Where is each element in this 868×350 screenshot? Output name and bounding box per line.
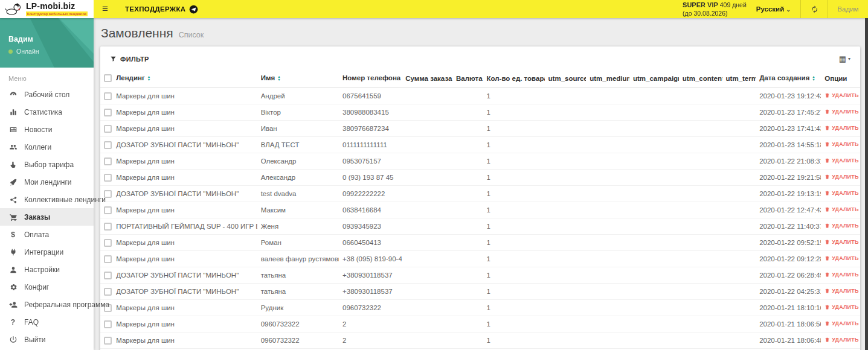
refresh-button[interactable]	[801, 0, 828, 18]
row-checkbox[interactable]	[104, 125, 112, 133]
delete-button[interactable]: УДАЛИТЬ	[825, 304, 858, 310]
row-checkbox[interactable]	[104, 109, 112, 116]
cell-utm-source	[545, 235, 587, 251]
sidebar-item-label: Выйти	[24, 336, 46, 344]
select-all-checkbox[interactable]	[104, 74, 112, 82]
delete-button[interactable]: УДАЛИТЬ	[825, 190, 858, 196]
delete-button[interactable]: УДАЛИТЬ	[825, 125, 858, 131]
sidebar-item-bar-chart[interactable]: Статистика	[0, 103, 94, 121]
cell-utm-source	[545, 121, 587, 137]
sidebar-item-gears[interactable]: Конфиг	[0, 278, 94, 296]
row-checkbox[interactable]	[104, 92, 112, 100]
delete-button[interactable]: УДАЛИТЬ	[825, 92, 858, 98]
delete-button[interactable]: УДАЛИТЬ	[825, 223, 858, 229]
delete-button[interactable]: УДАЛИТЬ	[825, 239, 858, 245]
cell-name: Иван	[257, 121, 339, 137]
support-button[interactable]: ТЕХПОДДЕРЖКА	[125, 5, 198, 14]
delete-button[interactable]: УДАЛИТЬ	[825, 141, 858, 147]
cell-landing: Маркеры для шин	[112, 332, 257, 349]
column-header-currency: Валюта	[452, 70, 483, 88]
row-checkbox[interactable]	[104, 337, 112, 345]
delete-label: УДАЛИТЬ	[832, 320, 858, 326]
delete-button[interactable]: УДАЛИТЬ	[825, 255, 858, 261]
sidebar-item-cart[interactable]: Заказы	[0, 208, 94, 226]
column-header-created[interactable]: Дата создания▲▼	[756, 70, 821, 88]
cell-qty: 1	[483, 137, 545, 153]
cell-order-sum	[402, 267, 452, 284]
sidebar-item-dashboard[interactable]: Рабочий стол	[0, 86, 94, 103]
cell-created: 2020-01-23 14:55:18	[756, 137, 821, 153]
delete-button[interactable]: УДАЛИТЬ	[825, 320, 858, 326]
sidebar-item-label: Реферальная программа	[24, 301, 109, 309]
telegram-icon	[189, 5, 198, 14]
sidebar-item-question[interactable]: ?FAQ	[0, 313, 94, 331]
sort-arrows-icon[interactable]: ▲▼	[147, 75, 150, 82]
cell-utm-content	[679, 300, 722, 316]
orders-table: Лендинг▲▼Имя▲▼Номер телефона▲▼Сумма зака…	[100, 70, 860, 350]
row-checkbox[interactable]	[104, 223, 112, 231]
row-checkbox[interactable]	[104, 141, 112, 149]
support-label: ТЕХПОДДЕРЖКА	[125, 5, 185, 13]
cell-currency	[452, 170, 483, 186]
sidebar-user-panel: Вадим Онлайн	[0, 18, 94, 68]
sidebar-item-colleagues[interactable]: Коллеги	[0, 138, 94, 156]
row-checkbox[interactable]	[104, 320, 112, 328]
column-header-name[interactable]: Имя▲▼	[257, 70, 339, 88]
language-select[interactable]: Русский ⌄	[756, 5, 791, 13]
column-header-landing[interactable]: Лендинг▲▼	[112, 70, 257, 88]
row-checkbox[interactable]	[104, 255, 112, 263]
cell-currency	[452, 104, 483, 121]
cell-phone: 09922222222	[339, 186, 402, 202]
sidebar-item-dollar[interactable]: $Оплата	[0, 226, 94, 243]
filter-button[interactable]: ФИЛЬТР	[110, 56, 149, 63]
cell-name: 0960732322	[257, 316, 339, 332]
sidebar-item-rocket[interactable]: Мои лендинги	[0, 173, 94, 191]
delete-button[interactable]: УДАЛИТЬ	[825, 206, 858, 212]
vertical-scrollbar[interactable]	[865, 18, 868, 350]
column-settings-button[interactable]: ▦ ▾	[839, 54, 850, 63]
delete-button[interactable]: УДАЛИТЬ	[825, 288, 858, 294]
share-icon	[8, 195, 18, 204]
topbar-user-button[interactable]: Вадим	[828, 5, 868, 13]
row-checkbox[interactable]	[104, 272, 112, 279]
cell-qty: 1	[483, 316, 545, 332]
sidebar-item-tariff-hand[interactable]: Выбор тарифа	[0, 156, 94, 173]
delete-button[interactable]: УДАЛИТЬ	[825, 109, 858, 115]
cell-utm-campaign	[629, 121, 679, 137]
sidebar-item-label: Конфиг	[24, 283, 49, 291]
row-checkbox[interactable]	[104, 158, 112, 165]
sidebar-item-plug[interactable]: Интеграции	[0, 243, 94, 261]
delete-button[interactable]: УДАЛИТЬ	[825, 158, 858, 164]
trash-icon	[825, 206, 830, 212]
sidebar-item-news[interactable]: Новости	[0, 121, 94, 138]
delete-button[interactable]: УДАЛИТЬ	[825, 174, 858, 180]
sort-arrows-icon[interactable]: ▲▼	[277, 75, 280, 82]
sort-arrows-icon[interactable]: ▲▼	[812, 75, 815, 82]
main-content: Замовлення Список ФИЛЬТР ▦ ▾ Лендинг▲▼Им…	[94, 18, 864, 350]
row-checkbox[interactable]	[104, 288, 112, 296]
row-checkbox[interactable]	[104, 174, 112, 182]
cell-utm-campaign	[629, 202, 679, 218]
sidebar-item-label: Мои лендинги	[24, 178, 72, 186]
sidebar-item-power[interactable]: Выйти	[0, 331, 94, 348]
menu-toggle-icon[interactable]: ≡	[94, 3, 117, 15]
table-header-row: Лендинг▲▼Имя▲▼Номер телефона▲▼Сумма зака…	[100, 70, 860, 88]
logo[interactable]: LP-mobi.biz Конструктор мобильных лендин…	[0, 0, 94, 18]
cell-landing: Маркеры для шин	[112, 235, 257, 251]
cell-phone: +380930118537	[339, 284, 402, 300]
sidebar-item-label: Настройки	[24, 266, 60, 274]
table-row: Маркеры для шинОлександр095307515712020-…	[100, 153, 860, 170]
sidebar-menu: Рабочий столСтатистикаНовостиКоллегиВыбо…	[0, 86, 94, 348]
cell-created: 2020-01-21 18:06:50	[756, 316, 821, 332]
sidebar-item-share[interactable]: Коллективные лендинги	[0, 191, 94, 208]
row-checkbox[interactable]	[104, 206, 112, 214]
delete-button[interactable]: УДАЛИТЬ	[825, 272, 858, 278]
row-checkbox[interactable]	[104, 239, 112, 247]
delete-button[interactable]: УДАЛИТЬ	[825, 337, 858, 343]
trash-icon	[825, 337, 830, 343]
sidebar-item-user[interactable]: Настройки	[0, 261, 94, 278]
trash-icon	[825, 190, 830, 196]
column-header-phone[interactable]: Номер телефона▲▼	[339, 70, 402, 88]
sidebar-item-user-plus[interactable]: Реферальная программа	[0, 296, 94, 313]
cell-utm-medium	[586, 186, 629, 202]
